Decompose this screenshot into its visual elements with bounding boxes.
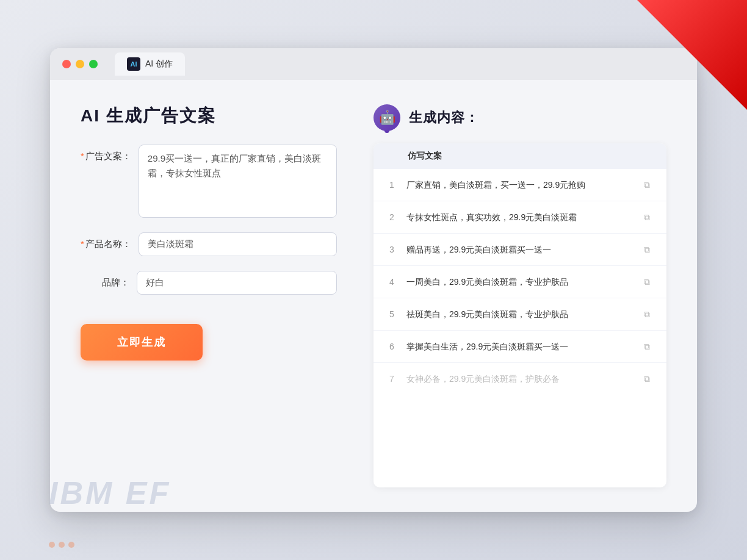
ibm-ef-label: IBM EF [49, 475, 171, 511]
row-number: 3 [386, 245, 398, 254]
maximize-button[interactable] [89, 60, 98, 68]
row-content: 厂家直销，美白淡斑霜，买一送一，29.9元抢购 [406, 179, 631, 192]
row-content: 祛斑美白，29.9元美白淡斑霜，专业护肤品 [406, 308, 631, 321]
ad-copy-row: *广告文案： [81, 145, 337, 218]
right-panel: 🤖 生成内容： 仿写文案 1 厂家直销，美白淡斑霜，买一送一，29.9元抢购 ⧉… [374, 104, 666, 487]
table-row: 5 祛斑美白，29.9元美白淡斑霜，专业护肤品 ⧉ [374, 298, 666, 331]
product-name-input[interactable] [139, 232, 337, 256]
table-row: 2 专抹女性斑点，真实功效，29.9元美白淡斑霜 ⧉ [374, 201, 666, 234]
row-number: 1 [386, 180, 398, 190]
window-controls [62, 60, 98, 68]
page-title: AI 生成广告文案 [81, 104, 337, 127]
results-container: 1 厂家直销，美白淡斑霜，买一送一，29.9元抢购 ⧉ 2 专抹女性斑点，真实功… [374, 169, 666, 395]
left-panel: AI 生成广告文案 *广告文案： *产品名称： [81, 104, 337, 487]
tab-bar: AI AI 创作 [115, 52, 185, 76]
row-number: 7 [386, 374, 398, 384]
table-header-text: 仿写文案 [386, 151, 442, 162]
row-number: 2 [386, 212, 398, 222]
row-number: 6 [386, 342, 398, 351]
brand-row: 品牌： [81, 271, 337, 295]
table-row: 4 一周美白，29.9元美白淡斑霜，专业护肤品 ⧉ [374, 266, 666, 298]
copy-icon[interactable]: ⧉ [640, 339, 654, 354]
browser-window: AI AI 创作 AI 生成广告文案 *广告文案： [50, 48, 697, 512]
row-content: 掌握美白生活，29.9元美白淡斑霜买一送一 [406, 340, 631, 353]
brand-label: 品牌： [81, 271, 129, 289]
row-content: 赠品再送，29.9元美白淡斑霜买一送一 [406, 243, 631, 256]
robot-icon: 🤖 [374, 104, 400, 131]
row-number: 4 [386, 277, 398, 287]
result-header: 🤖 生成内容： [374, 104, 666, 131]
row-number: 5 [386, 309, 398, 319]
result-table: 仿写文案 1 厂家直销，美白淡斑霜，买一送一，29.9元抢购 ⧉ 2 专抹女性斑… [374, 143, 666, 487]
row-content: 女神必备，29.9元美白淡斑霜，护肤必备 [406, 373, 631, 386]
copy-icon[interactable]: ⧉ [640, 307, 654, 321]
table-row: 7 女神必备，29.9元美白淡斑霜，护肤必备 ⧉ [374, 363, 666, 395]
minimize-button[interactable] [76, 60, 84, 68]
table-header: 仿写文案 [374, 143, 666, 169]
ai-tab-icon: AI [127, 57, 140, 71]
row-content: 专抹女性斑点，真实功效，29.9元美白淡斑霜 [406, 211, 631, 224]
copy-icon[interactable]: ⧉ [640, 242, 654, 257]
bg-dots [49, 542, 74, 548]
table-row: 3 赠品再送，29.9元美白淡斑霜买一送一 ⧉ [374, 234, 666, 266]
generate-button[interactable]: 立即生成 [81, 324, 203, 361]
copy-icon[interactable]: ⧉ [640, 372, 654, 386]
product-name-row: *产品名称： [81, 232, 337, 256]
copy-icon[interactable]: ⧉ [640, 178, 654, 192]
brand-input[interactable] [137, 271, 337, 295]
product-name-label: *产品名称： [81, 232, 131, 250]
ai-tab[interactable]: AI AI 创作 [115, 52, 185, 76]
ad-copy-label: *广告文案： [81, 145, 131, 162]
form-section: *广告文案： *产品名称： 品牌： [81, 145, 337, 295]
copy-icon[interactable]: ⧉ [640, 275, 654, 289]
ad-copy-input[interactable] [139, 145, 337, 218]
table-row: 1 厂家直销，美白淡斑霜，买一送一，29.9元抢购 ⧉ [374, 169, 666, 201]
row-content: 一周美白，29.9元美白淡斑霜，专业护肤品 [406, 276, 631, 289]
result-title: 生成内容： [409, 109, 479, 127]
ai-tab-title: AI 创作 [145, 59, 173, 70]
main-content: AI 生成广告文案 *广告文案： *产品名称： [50, 80, 697, 512]
table-row: 6 掌握美白生活，29.9元美白淡斑霜买一送一 ⧉ [374, 331, 666, 363]
close-button[interactable] [62, 60, 71, 68]
browser-titlebar: AI AI 创作 [50, 48, 697, 80]
copy-icon[interactable]: ⧉ [640, 210, 654, 224]
